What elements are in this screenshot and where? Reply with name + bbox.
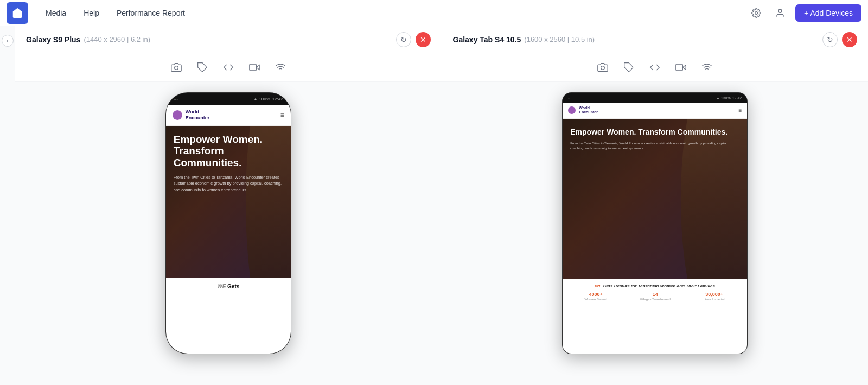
tag-icon-phone[interactable] bbox=[194, 59, 211, 76]
close-button-tablet[interactable]: ✕ bbox=[842, 32, 857, 47]
phone-screen: WorldEncounter ≡ Empower Women. Transfor… bbox=[166, 105, 291, 354]
tablet-stat-label-1: Villages Transformed bbox=[640, 298, 671, 301]
phone-stats-gets: Gets bbox=[227, 283, 239, 289]
device-title-tablet: Galaxy Tab S4 10.5 (1600 x 2560 | 10.5 i… bbox=[453, 35, 595, 44]
code-icon-phone[interactable] bbox=[220, 59, 237, 76]
gear-icon[interactable] bbox=[748, 4, 765, 22]
tablet-site-logo: WorldEncounter bbox=[568, 106, 598, 115]
close-icon-tablet: ✕ bbox=[846, 35, 853, 44]
nav-performance-report[interactable]: Performance Report bbox=[108, 0, 194, 26]
phone-site-logo: WorldEncounter bbox=[173, 109, 210, 121]
device-name-phone: Galaxy S9 Plus bbox=[26, 35, 80, 44]
svg-point-0 bbox=[755, 11, 758, 14]
tag-icon-tablet[interactable] bbox=[620, 59, 637, 76]
device-name-tablet: Galaxy Tab S4 10.5 bbox=[453, 35, 521, 44]
device-header-phone: Galaxy S9 Plus (1440 x 2960 | 6.2 in) ↻ … bbox=[15, 26, 442, 53]
tablet-time: 12:42 bbox=[732, 96, 742, 100]
camera-icon-tablet[interactable] bbox=[594, 59, 611, 76]
close-button-phone[interactable]: ✕ bbox=[416, 32, 431, 47]
device-frame-area-tablet: • ▲ 130% 12:42 WorldEncounter bbox=[442, 82, 869, 385]
tablet-hero: Empower Women. Transform Communities. Fr… bbox=[563, 119, 747, 279]
close-icon-phone: ✕ bbox=[420, 35, 426, 44]
tablet-status-right: ▲ 130% 12:42 bbox=[716, 96, 742, 100]
add-devices-button[interactable]: + Add Devices bbox=[795, 4, 861, 22]
device-panel-tablet: Galaxy Tab S4 10.5 (1600 x 2560 | 10.5 i… bbox=[442, 26, 869, 385]
app-logo[interactable] bbox=[7, 2, 28, 24]
phone-menu-icon: ≡ bbox=[280, 111, 284, 119]
tablet-stat-2: 30,000+ Lives Impacted bbox=[704, 292, 725, 301]
tablet-menu-icon: ≡ bbox=[738, 108, 742, 113]
tablet-screen: WorldEncounter ≡ Empower Women. Transfor… bbox=[563, 103, 747, 354]
tablet-stats-title: WE Gets Results for Tanzanian Women and … bbox=[568, 283, 742, 288]
phone-hero-content: Empower Women. Transform Communities. Fr… bbox=[166, 126, 291, 199]
device-specs-phone: (1440 x 2960 | 6.2 in) bbox=[84, 35, 150, 43]
tablet-hero-content: Empower Women. Transform Communities. Fr… bbox=[563, 119, 747, 157]
tablet-stat-label-2: Lives Impacted bbox=[704, 298, 725, 301]
tablet-logo-text: WorldEncounter bbox=[579, 106, 598, 115]
device-actions-phone: ↻ ✕ bbox=[396, 32, 431, 47]
tablet-stat-num-1: 14 bbox=[640, 292, 671, 297]
svg-rect-5 bbox=[250, 64, 257, 71]
wifi-icon-tablet[interactable] bbox=[698, 59, 716, 76]
phone-hero-body: From the Twin Cities to Tanzania, World … bbox=[174, 174, 283, 193]
refresh-button-tablet[interactable]: ↻ bbox=[822, 32, 838, 47]
phone-dot: ••• bbox=[174, 97, 178, 102]
device-toolbar-phone bbox=[15, 53, 442, 82]
phone-logo-circle bbox=[173, 110, 182, 120]
phone-stats-cta: WE Gets bbox=[173, 283, 284, 289]
phone-time: 12:42 bbox=[272, 97, 283, 102]
device-toolbar-tablet bbox=[442, 53, 869, 82]
video-icon-tablet[interactable] bbox=[672, 59, 690, 76]
tablet-stat-1: 14 Villages Transformed bbox=[640, 292, 671, 301]
tablet-stats-we: WE bbox=[595, 283, 602, 288]
tablet-stat-0: 4000+ Women Served bbox=[585, 292, 607, 301]
tablet-site-stats: WE Gets Results for Tanzanian Women and … bbox=[563, 279, 747, 305]
phone-status-bar: ••• ▲ 100% 12:42 bbox=[166, 93, 291, 105]
nav-right: + Add Devices bbox=[748, 4, 861, 22]
svg-rect-10 bbox=[676, 64, 683, 71]
phone-status-right: ▲ 100% 12:42 bbox=[253, 97, 283, 102]
user-icon[interactable] bbox=[771, 4, 789, 22]
device-actions-tablet: ↻ ✕ bbox=[822, 32, 857, 47]
chevron-right-icon: › bbox=[7, 38, 8, 44]
tablet-hero-body: From the Twin Cities to Tanzania, World … bbox=[570, 141, 739, 151]
camera-icon-phone[interactable] bbox=[168, 59, 185, 76]
svg-point-2 bbox=[174, 66, 178, 70]
phone-stats-we: WE bbox=[217, 283, 226, 289]
refresh-button-phone[interactable]: ↻ bbox=[396, 32, 411, 47]
video-icon-phone[interactable] bbox=[246, 59, 263, 76]
nav-help[interactable]: Help bbox=[75, 0, 108, 26]
tablet-status-bar: • ▲ 130% 12:42 bbox=[563, 93, 747, 103]
tablet-logo-circle bbox=[568, 106, 576, 114]
tablet-stats-row: 4000+ Women Served 14 Villages Transform… bbox=[568, 292, 742, 301]
svg-point-1 bbox=[778, 9, 782, 12]
device-title-phone: Galaxy S9 Plus (1440 x 2960 | 6.2 in) bbox=[26, 35, 150, 44]
tablet-frame: • ▲ 130% 12:42 WorldEncounter bbox=[563, 93, 747, 354]
code-icon-tablet[interactable] bbox=[646, 59, 663, 76]
nav-media[interactable]: Media bbox=[37, 0, 75, 26]
device-frame-area-phone: ••• ▲ 100% 12:42 WorldEncounter bbox=[15, 82, 442, 385]
tablet-site-nav: WorldEncounter ≡ bbox=[563, 103, 747, 119]
device-panel-phone: Galaxy S9 Plus (1440 x 2960 | 6.2 in) ↻ … bbox=[15, 26, 442, 385]
svg-marker-4 bbox=[256, 65, 259, 70]
phone-logo-text: WorldEncounter bbox=[186, 109, 210, 121]
tablet-dot: • bbox=[568, 96, 569, 100]
sidebar-toggle[interactable]: › bbox=[0, 26, 15, 385]
tablet-stats-cta-text: Gets Results for Tanzanian Women and The… bbox=[603, 283, 715, 288]
device-specs-tablet: (1600 x 2560 | 10.5 in) bbox=[524, 35, 595, 43]
phone-site-stats: WE Gets bbox=[166, 278, 291, 297]
tablet-stat-num-2: 30,000+ bbox=[704, 292, 725, 297]
tablet-stat-label-0: Women Served bbox=[585, 298, 607, 301]
refresh-icon-tablet: ↻ bbox=[827, 35, 833, 44]
phone-hero-title: Empower Women. Transform Communities. bbox=[174, 134, 283, 169]
phone-site-nav: WorldEncounter ≡ bbox=[166, 105, 291, 126]
phone-signal: ▲ 100% bbox=[253, 97, 270, 102]
svg-point-7 bbox=[601, 66, 605, 70]
sidebar-toggle-btn[interactable]: › bbox=[2, 35, 14, 47]
device-header-tablet: Galaxy Tab S4 10.5 (1600 x 2560 | 10.5 i… bbox=[442, 26, 869, 53]
svg-marker-9 bbox=[683, 65, 686, 70]
tablet-signal: ▲ 130% bbox=[716, 96, 731, 100]
tablet-stat-num-0: 4000+ bbox=[585, 292, 607, 297]
wifi-icon-phone[interactable] bbox=[272, 59, 289, 76]
nav-links: Media Help Performance Report bbox=[37, 0, 748, 26]
